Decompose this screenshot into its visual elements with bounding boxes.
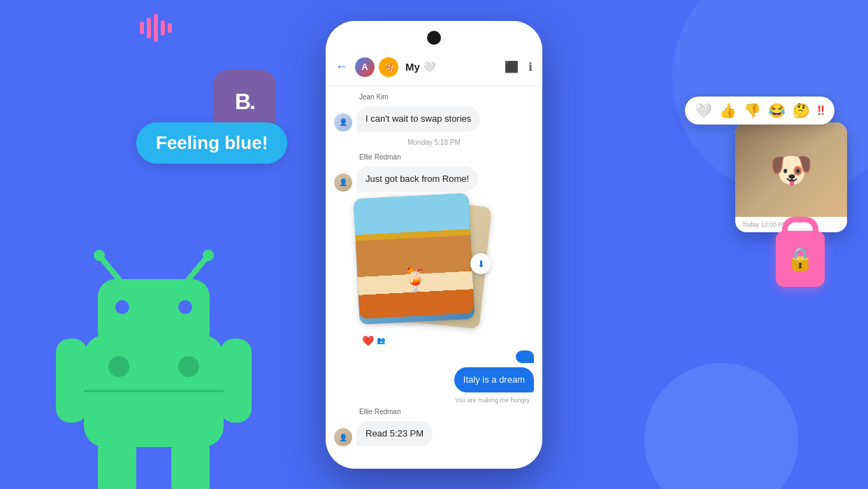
svg-line-6 xyxy=(189,258,206,279)
sent-bubble-italy xyxy=(516,350,534,363)
lock-icon: 🔒 xyxy=(776,231,825,287)
svg-point-3 xyxy=(178,300,192,314)
header-icons: ⬛ ℹ xyxy=(505,60,533,73)
message-bubble-pasta: Read 5:23 PM xyxy=(356,421,433,446)
reaction-thumbs-up[interactable]: 👍 xyxy=(719,102,737,119)
reaction-laugh[interactable]: 😂 xyxy=(768,102,786,119)
avatar-group: A 🍕 xyxy=(354,56,400,78)
reaction-exclamation[interactable]: ‼️ xyxy=(817,104,825,118)
message-row: 👤 Just got back from Rome! xyxy=(334,166,534,192)
svg-point-14 xyxy=(178,356,199,377)
timestamp: Monday 5:18 PM xyxy=(334,139,534,146)
svg-rect-1 xyxy=(98,279,210,349)
heart-reaction: ❤️ xyxy=(362,335,374,346)
sent-bubble-hungry: Italy is a dream xyxy=(454,367,534,392)
video-call-icon[interactable]: ⬛ xyxy=(505,60,519,73)
svg-rect-11 xyxy=(171,437,210,489)
phone-screen: ← A 🍕 My 🤍 ⬛ ℹ Jean Kim 👤 I can't wait t… xyxy=(326,21,542,469)
message-row-sent: Italy is a dream xyxy=(334,367,534,392)
italy-photo xyxy=(353,193,475,319)
svg-rect-9 xyxy=(220,339,252,423)
sender-name-ellie: Ellie Redman xyxy=(359,153,534,161)
phone-mockup: ← A 🍕 My 🤍 ⬛ ℹ Jean Kim 👤 I can't wait t… xyxy=(326,21,542,469)
photo-front xyxy=(353,193,475,325)
emoji-reaction-bar[interactable]: 🤍 👍 👎 😂 🤔 ‼️ xyxy=(685,97,834,125)
svg-point-5 xyxy=(94,250,105,261)
svg-line-4 xyxy=(101,258,119,279)
bg-shape-bottom-right xyxy=(644,363,798,489)
sound-wave-icon xyxy=(140,14,172,42)
avatar-ellie: 👤 xyxy=(334,173,352,192)
photo-stack: ⬇ xyxy=(356,196,486,332)
chat-title: My 🤍 xyxy=(405,61,499,73)
avatar-ellie2: 👤 xyxy=(334,428,352,446)
phone-notch xyxy=(427,31,441,45)
avatar-jean: 👤 xyxy=(334,113,352,132)
message-row-sent xyxy=(334,350,534,363)
feeling-blue-bubble: Feeling blue! xyxy=(136,122,287,164)
message-bubble: Just got back from Rome! xyxy=(356,166,478,192)
back-button[interactable]: ← xyxy=(335,59,348,74)
photo-reactions: ❤️ 👥 xyxy=(362,335,534,346)
dog-photo-card: 🐶 Today 12:00 PM xyxy=(735,122,847,232)
avatar-a: A xyxy=(354,56,376,78)
message-row: 👤 I can't wait to swap stories xyxy=(334,106,534,132)
message-row: 👤 Read 5:23 PM xyxy=(334,421,534,446)
photo-message: ⬇ ❤️ 👥 xyxy=(356,196,534,346)
svg-rect-10 xyxy=(98,437,136,489)
chat-messages: Jean Kim 👤 I can't wait to swap stories … xyxy=(326,86,542,469)
reaction-thinking[interactable]: 🤔 xyxy=(793,102,810,119)
reaction-thumbs-down[interactable]: 👎 xyxy=(744,102,761,119)
avatar-pizza: 🍕 xyxy=(377,56,400,78)
reaction-heart[interactable]: 🤍 xyxy=(695,102,712,119)
svg-rect-8 xyxy=(56,339,87,423)
italy-photo-bg xyxy=(353,193,475,319)
svg-point-7 xyxy=(203,250,214,261)
message-bubble: I can't wait to swap stories xyxy=(356,106,480,132)
reaction-avatars: 👥 xyxy=(377,336,385,344)
svg-point-13 xyxy=(108,356,129,377)
read-status: You are making me hungry xyxy=(334,397,530,404)
dog-image: 🐶 xyxy=(735,122,847,217)
svg-point-2 xyxy=(115,300,129,314)
download-button[interactable]: ⬇ xyxy=(470,253,491,274)
info-icon[interactable]: ℹ xyxy=(528,60,533,73)
android-robot-icon xyxy=(42,237,266,489)
sender-name-ellie2: Ellie Redman xyxy=(359,408,534,416)
sender-name-jean: Jean Kim xyxy=(359,93,534,101)
